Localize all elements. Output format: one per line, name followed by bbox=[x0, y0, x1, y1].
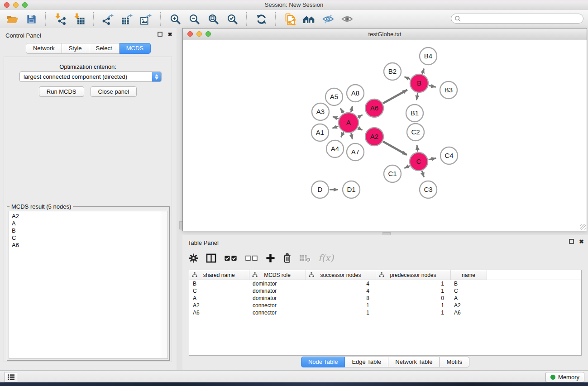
close-table-panel-icon[interactable]: ✖ bbox=[578, 238, 584, 244]
tab-motifs[interactable]: Motifs bbox=[440, 357, 469, 367]
network-canvas[interactable]: B4B2BB3A5A8A6B1A3AA1C2A2A4A7C4CC1C3DD1 bbox=[183, 40, 587, 231]
column-header-shared-name[interactable]: shared name bbox=[189, 270, 249, 280]
hide-selected-icon[interactable] bbox=[320, 12, 336, 26]
graph-node-A7[interactable]: A7 bbox=[347, 143, 364, 161]
graph-node-D1[interactable]: D1 bbox=[343, 181, 360, 198]
table-cell[interactable]: A2 bbox=[189, 302, 249, 309]
refresh-icon[interactable] bbox=[253, 12, 269, 26]
table-cell[interactable]: A bbox=[189, 295, 249, 302]
table-cell[interactable]: 1 bbox=[306, 302, 376, 309]
table-cell[interactable]: C bbox=[450, 287, 487, 295]
graph-edge[interactable] bbox=[422, 69, 424, 74]
mcds-result-item[interactable]: B bbox=[12, 227, 167, 234]
table-cell[interactable]: dominator bbox=[249, 280, 306, 288]
table-row[interactable]: A2connector11A2 bbox=[189, 302, 581, 309]
optimization-dropdown[interactable]: largest connected component (directed) bbox=[19, 71, 162, 82]
tab-select[interactable]: Select bbox=[89, 43, 120, 54]
graph-edge[interactable] bbox=[358, 115, 363, 118]
graph-node-A5[interactable]: A5 bbox=[325, 88, 343, 105]
table-cell[interactable]: A2 bbox=[450, 302, 487, 309]
new-network-from-selection-icon[interactable] bbox=[282, 12, 298, 26]
graph-edge[interactable] bbox=[351, 106, 352, 112]
graph-edge[interactable] bbox=[333, 117, 339, 119]
export-image-icon[interactable] bbox=[139, 12, 154, 26]
table-cell[interactable]: dominator bbox=[249, 295, 306, 302]
graph-edge[interactable] bbox=[429, 86, 435, 87]
table-cell[interactable]: A6 bbox=[189, 309, 249, 316]
table-cell[interactable]: 1 bbox=[376, 287, 450, 295]
table-cell[interactable]: 1 bbox=[376, 302, 450, 309]
settings-icon[interactable] bbox=[189, 253, 198, 263]
graph-node-C2[interactable]: C2 bbox=[407, 124, 424, 141]
table-cell[interactable]: connector bbox=[249, 309, 306, 316]
network-graph[interactable]: B4B2BB3A5A8A6B1A3AA1C2A2A4A7C4CC1C3DD1 bbox=[183, 40, 587, 231]
graph-edge[interactable] bbox=[383, 90, 407, 104]
network-window-title-bar[interactable]: testGlobe.txt bbox=[183, 29, 587, 40]
export-network-icon[interactable] bbox=[100, 12, 116, 26]
search-input[interactable] bbox=[463, 14, 583, 23]
graph-edge[interactable] bbox=[404, 166, 410, 168]
graph-node-C3[interactable]: C3 bbox=[420, 181, 437, 198]
column-header-MCDS-role[interactable]: MCDS role bbox=[249, 270, 306, 280]
close-panel-icon[interactable]: ✖ bbox=[167, 31, 173, 37]
graph-node-A8[interactable]: A8 bbox=[347, 85, 364, 102]
graph-node-C4[interactable]: C4 bbox=[440, 147, 458, 164]
table-cell[interactable]: 1 bbox=[376, 280, 450, 288]
graph-node-B[interactable]: B bbox=[410, 74, 428, 92]
zoom-fit-icon[interactable] bbox=[206, 12, 221, 26]
float-panel-icon[interactable] bbox=[157, 31, 163, 37]
show-all-icon[interactable] bbox=[339, 12, 355, 26]
graph-edge[interactable] bbox=[429, 158, 436, 160]
graph-node-A2[interactable]: A2 bbox=[365, 128, 383, 146]
graph-node-C[interactable]: C bbox=[410, 152, 428, 171]
table-cell[interactable]: 8 bbox=[306, 295, 376, 302]
table-cell[interactable]: C bbox=[189, 287, 249, 295]
table-row[interactable]: A6connector11A6 bbox=[189, 309, 581, 316]
select-all-icon[interactable] bbox=[224, 255, 237, 262]
memory-button[interactable]: Memory bbox=[545, 372, 584, 382]
table-cell[interactable]: 0 bbox=[376, 295, 450, 302]
mcds-result-item[interactable]: A bbox=[12, 220, 167, 227]
mcds-result-list[interactable]: A2ABCA6 bbox=[9, 211, 168, 359]
table-cell[interactable]: 1 bbox=[306, 309, 376, 316]
table-cell[interactable]: connector bbox=[249, 302, 306, 309]
graph-edge[interactable] bbox=[340, 108, 343, 113]
table-cell[interactable]: 4 bbox=[306, 287, 376, 295]
table-cell[interactable]: dominator bbox=[249, 287, 306, 295]
table-row[interactable]: Adominator80A bbox=[189, 295, 581, 302]
close-panel-button[interactable]: Close panel bbox=[91, 86, 137, 97]
float-table-panel-icon[interactable] bbox=[569, 238, 574, 244]
open-session-icon[interactable] bbox=[5, 12, 20, 26]
mcds-result-item[interactable]: A2 bbox=[12, 213, 167, 220]
first-neighbors-icon[interactable] bbox=[301, 12, 317, 26]
table-cell[interactable]: 4 bbox=[306, 280, 376, 288]
table-cell[interactable]: A bbox=[450, 295, 487, 302]
graph-node-A4[interactable]: A4 bbox=[326, 140, 344, 157]
run-mcds-button[interactable]: Run MCDS bbox=[39, 86, 84, 97]
table-row[interactable]: Bdominator41B bbox=[189, 280, 581, 288]
table-cell[interactable]: B bbox=[189, 280, 249, 288]
graph-edge[interactable] bbox=[332, 126, 338, 129]
tab-network[interactable]: Network bbox=[26, 43, 62, 54]
search-field[interactable] bbox=[451, 14, 583, 24]
graph-node-A3[interactable]: A3 bbox=[312, 103, 329, 120]
column-header-name[interactable]: name bbox=[450, 270, 487, 280]
graph-node-A6[interactable]: A6 bbox=[365, 99, 383, 117]
mcds-result-item[interactable]: A6 bbox=[12, 242, 167, 249]
import-network-icon[interactable] bbox=[53, 12, 68, 26]
table-cell[interactable]: A6 bbox=[450, 309, 487, 316]
window-resize-grip[interactable] bbox=[580, 224, 586, 230]
tab-style[interactable]: Style bbox=[62, 43, 89, 54]
add-column-icon[interactable] bbox=[266, 253, 275, 263]
show-panels-list-button[interactable] bbox=[5, 372, 17, 382]
graph-node-C1[interactable]: C1 bbox=[384, 165, 401, 182]
graph-edge[interactable] bbox=[417, 145, 418, 152]
table-cell[interactable]: 1 bbox=[376, 309, 450, 316]
graph-node-B1[interactable]: B1 bbox=[406, 105, 423, 122]
column-header-successor-nodes[interactable]: successor nodes bbox=[306, 270, 376, 280]
zoom-out-icon[interactable] bbox=[186, 12, 202, 26]
deselect-all-icon[interactable] bbox=[245, 255, 258, 262]
table-cell[interactable]: B bbox=[450, 280, 487, 288]
graph-node-A1[interactable]: A1 bbox=[311, 124, 329, 141]
zoom-selected-icon[interactable] bbox=[225, 12, 240, 26]
